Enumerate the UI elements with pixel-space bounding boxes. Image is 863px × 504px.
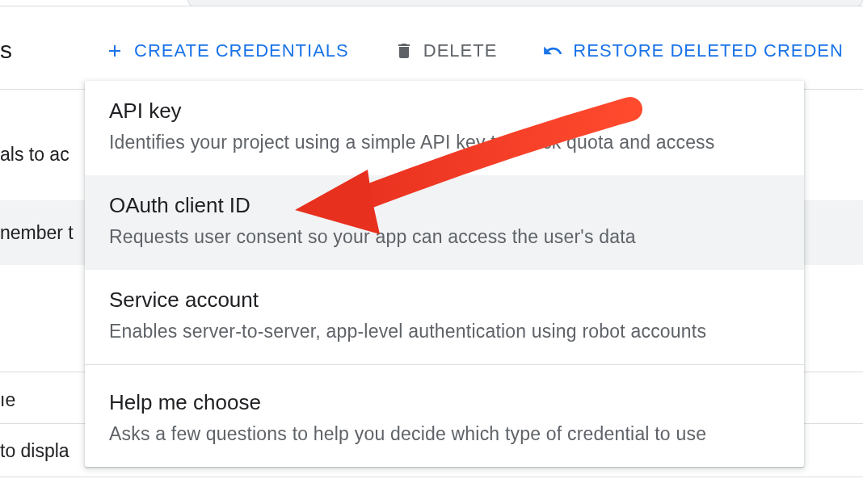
- dropdown-divider: [85, 364, 804, 372]
- dropdown-item-title: Help me choose: [109, 390, 780, 415]
- bg-text-fragment: ıe: [0, 389, 15, 411]
- search-bar-fragment[interactable]: [187, 0, 863, 6]
- restore-deleted-button[interactable]: RESTORE DELETED CREDEN: [542, 40, 844, 61]
- dropdown-item-oauth-client-id[interactable]: OAuth client ID Requests user consent so…: [85, 175, 804, 270]
- delete-label: DELETE: [423, 40, 498, 61]
- dropdown-item-title: Service account: [109, 288, 780, 313]
- delete-button[interactable]: DELETE: [394, 40, 498, 61]
- dropdown-item-title: API key: [109, 99, 780, 124]
- restore-label: RESTORE DELETED CREDEN: [573, 40, 844, 61]
- dropdown-item-desc: Identifies your project using a simple A…: [109, 132, 780, 153]
- create-credentials-label: CREATE CREDENTIALS: [134, 40, 349, 61]
- dropdown-item-title: OAuth client ID: [109, 193, 780, 218]
- bg-text-fragment: to displa: [0, 440, 69, 462]
- create-credentials-button[interactable]: CREATE CREDENTIALS: [105, 40, 349, 61]
- divider: [0, 477, 863, 477]
- undo-icon: [542, 40, 563, 61]
- plus-icon: [105, 41, 124, 61]
- dropdown-item-desc: Asks a few questions to help you decide …: [109, 423, 780, 445]
- dropdown-item-service-account[interactable]: Service account Enables server-to-server…: [85, 270, 804, 364]
- create-credentials-dropdown: API key Identifies your project using a …: [85, 81, 804, 467]
- dropdown-item-desc: Enables server-to-server, app-level auth…: [109, 321, 780, 342]
- bg-text-fragment: als to ac: [0, 144, 69, 166]
- page-title: s: [0, 36, 12, 64]
- dropdown-item-help-me-choose[interactable]: Help me choose Asks a few questions to h…: [85, 372, 804, 467]
- dropdown-item-api-key[interactable]: API key Identifies your project using a …: [85, 81, 804, 175]
- bg-text-fragment: nember t: [0, 222, 74, 244]
- toolbar: CREATE CREDENTIALS DELETE RESTORE DELETE…: [105, 31, 863, 71]
- trash-icon: [394, 41, 414, 61]
- dropdown-item-desc: Requests user consent so your app can ac…: [109, 226, 780, 248]
